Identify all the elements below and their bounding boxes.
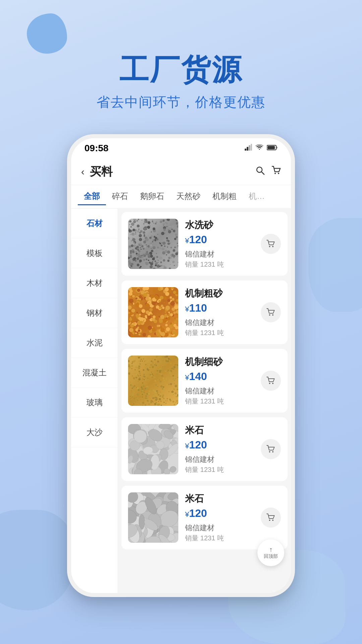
product-card[interactable]: 米石 ¥120 锦信建材 销量 1231 吨 (121, 486, 288, 549)
product-price-5: ¥120 (185, 507, 254, 520)
hero-subtitle: 省去中间环节，价格更优惠 (0, 93, 362, 111)
product-seller-5: 锦信建材 (185, 523, 254, 533)
product-image-5 (128, 492, 178, 543)
product-info-2: 机制粗砂 ¥110 锦信建材 销量 1231 吨 (185, 287, 254, 337)
svg-rect-6 (267, 146, 275, 149)
product-seller-1: 锦信建材 (185, 249, 254, 259)
phone-inner: 09:58 (71, 138, 291, 593)
back-button[interactable]: ‹ (81, 166, 84, 177)
product-info-5: 米石 ¥120 锦信建材 销量 1231 吨 (185, 492, 254, 543)
product-seller-4: 锦信建材 (185, 454, 254, 465)
svg-point-9 (275, 173, 276, 174)
svg-point-15 (269, 383, 270, 384)
add-to-cart-2[interactable] (261, 302, 281, 322)
category-tabs: 全部 碎石 鹅卵石 天然砂 机制粗 机… (71, 185, 291, 209)
svg-line-8 (261, 172, 264, 174)
product-sales-3: 销量 1231 吨 (185, 397, 254, 406)
product-info-4: 米石 ¥120 锦信建材 销量 1231 吨 (185, 424, 254, 474)
product-price-1: ¥120 (185, 233, 254, 246)
product-price-3: ¥140 (185, 370, 254, 383)
currency-1: ¥ (185, 236, 189, 245)
main-content: 石材 模板 木材 钢材 水泥 混凝土 玻璃 大沙 (71, 209, 291, 593)
back-to-top-label: 回顶部 (264, 553, 278, 559)
product-name-4: 米石 (185, 424, 254, 437)
svg-rect-1 (247, 147, 248, 151)
hero-title: 工厂货源 (0, 54, 362, 86)
product-sales-5: 销量 1231 吨 (185, 534, 254, 543)
product-price-2: ¥110 (185, 302, 254, 314)
sidebar-item-cement[interactable]: 水泥 (71, 328, 118, 358)
back-to-top-button[interactable]: ↑ 回顶部 (257, 539, 284, 566)
add-to-cart-3[interactable] (261, 371, 281, 391)
add-to-cart-4[interactable] (261, 439, 281, 459)
svg-point-10 (278, 173, 279, 174)
svg-rect-0 (245, 149, 246, 151)
phone-mockup: 09:58 (67, 134, 295, 597)
sidebar: 石材 模板 木材 钢材 水泥 混凝土 玻璃 大沙 (71, 209, 118, 593)
tab-machine-coarse[interactable]: 机制粗 (206, 188, 243, 205)
product-image-1 (128, 219, 178, 269)
product-name-5: 米石 (185, 492, 254, 505)
product-list: 水洗砂 ¥120 锦信建材 销量 1231 吨 (118, 209, 291, 593)
tab-pebble[interactable]: 鹅卵石 (134, 188, 170, 205)
nav-title: 买料 (90, 164, 255, 179)
product-price-4: ¥120 (185, 439, 254, 451)
sidebar-item-sand[interactable]: 大沙 (71, 418, 118, 447)
svg-rect-2 (249, 145, 250, 151)
svg-point-19 (269, 520, 270, 521)
svg-point-16 (272, 383, 274, 384)
product-image-4 (128, 424, 178, 474)
svg-point-20 (272, 520, 274, 521)
tab-natural-sand[interactable]: 天然砂 (170, 188, 206, 205)
product-sales-2: 销量 1231 吨 (185, 328, 254, 337)
signal-icon (245, 144, 252, 153)
sidebar-item-stone[interactable]: 石材 (71, 209, 118, 238)
add-to-cart-5[interactable] (261, 507, 281, 528)
svg-point-11 (269, 246, 270, 247)
svg-point-17 (269, 451, 270, 452)
wifi-icon (255, 144, 263, 153)
svg-point-14 (272, 314, 274, 316)
product-sales-4: 销量 1231 吨 (185, 465, 254, 474)
product-seller-2: 锦信建材 (185, 318, 254, 328)
product-name-3: 机制细砂 (185, 356, 254, 368)
blob-right-mid (308, 218, 362, 312)
svg-point-12 (272, 246, 274, 247)
status-time: 09:58 (84, 143, 109, 154)
nav-bar: ‹ 买料 (71, 158, 291, 185)
phone-outer: 09:58 (67, 134, 295, 597)
back-to-top-arrow: ↑ (269, 546, 273, 553)
product-name-2: 机制粗砂 (185, 287, 254, 300)
product-card[interactable]: 机制粗砂 ¥110 锦信建材 销量 1231 吨 (121, 280, 288, 344)
product-card[interactable]: 米石 ¥120 锦信建材 销量 1231 吨 (121, 417, 288, 481)
nav-actions (255, 166, 281, 177)
product-info-1: 水洗砂 ¥120 锦信建材 销量 1231 吨 (185, 219, 254, 269)
status-icons (245, 144, 278, 153)
status-bar: 09:58 (71, 138, 291, 158)
tab-all[interactable]: 全部 (78, 188, 106, 205)
add-to-cart-1[interactable] (261, 234, 281, 254)
product-name-1: 水洗砂 (185, 219, 254, 231)
svg-point-18 (272, 451, 274, 452)
product-card[interactable]: 机制细砂 ¥140 锦信建材 销量 1231 吨 (121, 349, 288, 413)
sidebar-item-wood[interactable]: 木材 (71, 268, 118, 298)
svg-point-13 (269, 314, 270, 316)
search-button[interactable] (255, 166, 265, 177)
hero-section: 工厂货源 省去中间环节，价格更优惠 (0, 54, 362, 111)
cart-button[interactable] (272, 166, 281, 177)
sidebar-item-steel[interactable]: 钢材 (71, 298, 118, 328)
sidebar-item-formwork[interactable]: 模板 (71, 238, 118, 268)
svg-rect-5 (276, 147, 278, 149)
blob-top-left (27, 13, 67, 54)
sidebar-item-glass[interactable]: 玻璃 (71, 388, 118, 418)
tab-crushed-stone[interactable]: 碎石 (106, 188, 134, 205)
sidebar-item-concrete[interactable]: 混凝土 (71, 358, 118, 388)
blob-bottom-left (0, 510, 74, 610)
tab-more[interactable]: 机… (243, 188, 271, 205)
battery-icon (267, 145, 278, 152)
product-card[interactable]: 水洗砂 ¥120 锦信建材 销量 1231 吨 (121, 212, 288, 276)
svg-rect-3 (251, 144, 252, 151)
product-image-2 (128, 287, 178, 337)
product-image-3 (128, 356, 178, 406)
product-info-3: 机制细砂 ¥140 锦信建材 销量 1231 吨 (185, 356, 254, 406)
